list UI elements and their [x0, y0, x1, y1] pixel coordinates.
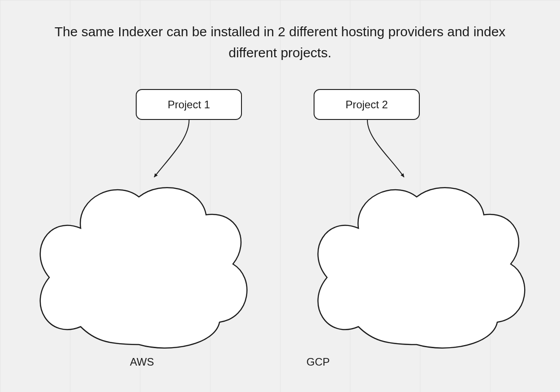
node-indexer-aws: Indexer A	[90, 218, 186, 285]
node-indexer-aws-label: Indexer A	[115, 245, 160, 258]
node-project-1-label: Project 1	[168, 98, 210, 111]
node-project-1: Project 1	[136, 89, 242, 120]
diagram-title: The same Indexer can be installed in 2 d…	[0, 21, 560, 63]
diagram-canvas: The same Indexer can be installed in 2 d…	[0, 0, 560, 392]
cloud-label-gcp: GCP	[306, 356, 330, 368]
arrow-project2-to-gcp	[367, 120, 404, 177]
cloud-label-aws: AWS	[130, 356, 154, 368]
node-indexer-gcp-label: Indexer A	[394, 245, 439, 258]
node-indexer-gcp: Indexer A	[369, 218, 465, 285]
node-project-2-label: Project 2	[345, 98, 388, 111]
node-project-2: Project 2	[314, 89, 420, 120]
arrow-project1-to-aws	[154, 120, 189, 177]
